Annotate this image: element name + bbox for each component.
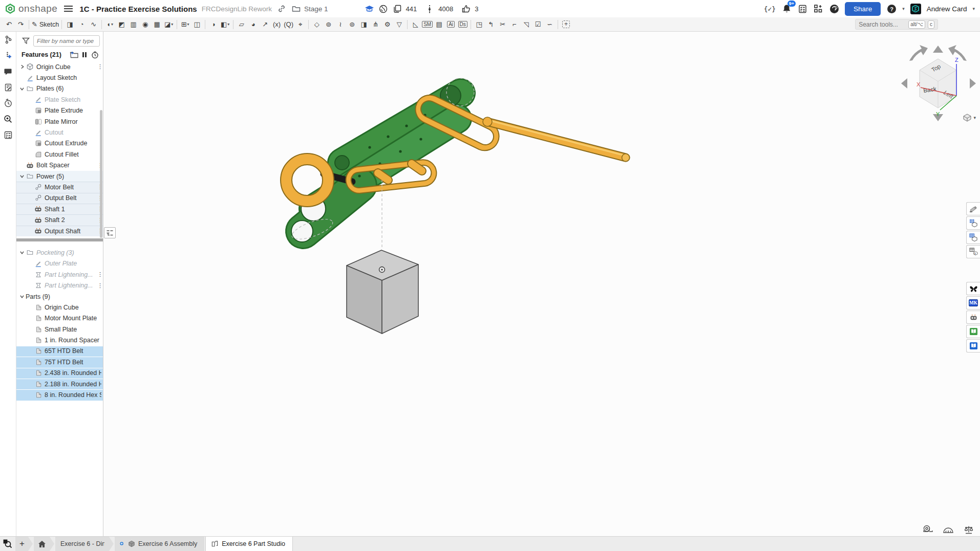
mate-orange-tool[interactable]: ⋔ xyxy=(370,19,381,30)
onshape-logo[interactable]: onshape xyxy=(5,3,57,14)
help-icon[interactable]: ? xyxy=(886,4,897,14)
home-tab[interactable] xyxy=(34,537,54,551)
tree-row[interactable]: 1 in. Round Spacer xyxy=(16,335,103,345)
chevron-down-icon[interactable] xyxy=(18,249,26,256)
notifications-bell-icon[interactable]: 9+ xyxy=(781,4,792,14)
insert-icon[interactable] xyxy=(0,48,16,63)
boolean-tool[interactable]: ◑ xyxy=(207,19,219,30)
blue-library-app-tab[interactable] xyxy=(966,339,980,352)
mate-connector-tool[interactable]: ⌖ xyxy=(294,19,306,30)
rib-tool[interactable]: ▦ xyxy=(151,19,163,30)
tape-measure-icon[interactable] xyxy=(922,524,934,535)
share-button[interactable]: Share xyxy=(845,2,881,16)
tree-row[interactable]: Cutout Fillet xyxy=(16,149,103,160)
chevron-down-icon[interactable] xyxy=(18,173,26,180)
frame-tool[interactable]: ▤ xyxy=(433,19,445,30)
add-tab-button[interactable]: + xyxy=(15,537,33,551)
tree-row[interactable]: Cutout Extrude xyxy=(16,138,103,149)
featurescript-check-icon[interactable]: {✓} xyxy=(764,5,776,13)
sweep-tool[interactable]: ∿ xyxy=(88,19,99,30)
new-folder-icon[interactable] xyxy=(69,50,79,59)
tree-row[interactable]: Outer Plate xyxy=(16,258,103,269)
filter-funnel-icon[interactable] xyxy=(20,36,31,46)
ai-studio-tool[interactable]: Ai xyxy=(445,19,457,30)
mkcad-app-tab[interactable]: MK xyxy=(966,296,980,310)
shell-tool[interactable]: ▥ xyxy=(127,19,139,30)
notes-icon[interactable] xyxy=(0,79,16,95)
item-menu-dots[interactable]: ⋮ xyxy=(97,63,101,70)
helix-tool[interactable]: ◕ xyxy=(247,19,259,30)
butterfly-app-tab[interactable] xyxy=(966,282,980,295)
tree-row[interactable]: Output Shaft⋮ xyxy=(16,226,103,236)
tree-row[interactable]: Layout Sketch xyxy=(16,72,103,83)
part-studio-model[interactable] xyxy=(103,32,980,536)
tree-row[interactable]: Part Lightening...⋮ xyxy=(16,280,103,291)
fillet-tool[interactable]: ◖▾ xyxy=(104,19,116,30)
bend-tool[interactable]: ↰ xyxy=(485,19,497,30)
user-caret-icon[interactable]: ▾ xyxy=(972,6,975,11)
belt-feature-tool[interactable]: ⊚ xyxy=(323,19,334,30)
filter-input[interactable] xyxy=(33,35,100,47)
trim-tool[interactable]: ✂ xyxy=(497,19,508,30)
search-record-icon[interactable] xyxy=(0,111,16,127)
public-globe-icon[interactable] xyxy=(378,4,389,14)
rollback-history-icon[interactable] xyxy=(90,50,100,59)
tree-row[interactable]: Shaft 2⋮ xyxy=(16,214,103,225)
checklist-icon[interactable] xyxy=(0,127,16,143)
thicken-tool[interactable]: ◪▾ xyxy=(163,19,175,30)
belt-feature-2-tool[interactable]: ⊚ xyxy=(346,19,358,30)
extrude-tool[interactable]: ◨ xyxy=(64,19,76,30)
search-tools[interactable]: alt/⌥ c xyxy=(855,19,938,30)
user-avatar[interactable] xyxy=(910,4,921,14)
thicken-caret-icon[interactable]: ▾ xyxy=(171,22,173,27)
protractor-icon[interactable] xyxy=(942,524,954,535)
tree-row[interactable]: Plate Mirror xyxy=(16,116,103,127)
education-icon[interactable] xyxy=(365,4,375,14)
tree-row[interactable]: Bolt Spacer⋮ xyxy=(16,160,103,171)
tree-row[interactable]: Cutout xyxy=(16,127,103,138)
filter-funnel-tool[interactable]: ▽ xyxy=(393,19,405,30)
scale-icon[interactable] xyxy=(963,524,975,535)
tree-row[interactable]: Parts (9) xyxy=(16,291,103,302)
split-tool[interactable]: ◧▾ xyxy=(219,19,231,30)
help-caret-icon[interactable]: ▾ xyxy=(902,6,905,11)
variable-tool[interactable]: (x) xyxy=(271,19,283,30)
rollback-bar[interactable] xyxy=(16,238,103,241)
sheet-metal-model-tool[interactable]: SM xyxy=(421,19,433,30)
tree-row[interactable]: 8 in. Rounded Hex Shaft xyxy=(16,389,103,400)
route-tool[interactable]: ∽ xyxy=(544,19,556,30)
configuration-tool[interactable]: (Q) xyxy=(283,19,294,30)
thumbs-up-icon[interactable] xyxy=(461,4,471,14)
tree-row[interactable]: 2.188 in. Rounded Hex ... xyxy=(16,379,103,389)
part-table-panel-tab[interactable] xyxy=(966,231,980,244)
tab-exercise-6-part-studio[interactable]: Exercise 6 Part Studio xyxy=(205,537,293,551)
sketch-tool[interactable]: ✎Sketch xyxy=(31,19,59,30)
tab-tool[interactable]: ⌐ xyxy=(508,19,520,30)
tree-row[interactable]: 65T HTD Belt xyxy=(16,346,103,357)
copies-icon[interactable] xyxy=(392,4,402,14)
tab-exercise-6-assembly[interactable]: Exercise 6 Assembly xyxy=(115,537,204,551)
undo-tool[interactable]: ↶ xyxy=(3,19,15,30)
tree-row[interactable]: Plate Sketch xyxy=(16,94,103,105)
tree-row[interactable]: Motor Belt⋮ xyxy=(16,182,103,192)
search-tools-input[interactable] xyxy=(859,21,906,28)
view-options-button[interactable]: ▾ xyxy=(963,114,976,122)
tree-row[interactable]: Pocketing (3) xyxy=(16,247,103,258)
tree-row[interactable]: Motor Mount Plate xyxy=(16,313,103,324)
extrude-surface-tool[interactable]: ◨ xyxy=(358,19,370,30)
tree-row[interactable]: Plate Extrude xyxy=(16,105,103,116)
link-icon[interactable] xyxy=(276,4,287,14)
transform-tool[interactable]: ↗ xyxy=(259,19,271,30)
appearance-panel-tab[interactable] xyxy=(966,202,980,215)
linear-pattern-tool[interactable]: ⊞▾ xyxy=(179,19,191,30)
tree-row[interactable]: Part Lightening...⋮ xyxy=(16,269,103,280)
output-hex-shaft[interactable] xyxy=(483,117,630,162)
tree-row[interactable]: Power (5) xyxy=(16,171,103,182)
tree-row[interactable]: 2.438 in. Rounded Hex... xyxy=(16,368,103,379)
hole-tool[interactable]: ◉ xyxy=(139,19,151,30)
tree-row[interactable]: Shaft 1⋮ xyxy=(16,204,103,214)
split-caret-icon[interactable]: ▾ xyxy=(227,22,229,27)
bom-table-panel-tab[interactable] xyxy=(966,216,980,230)
features-scrollbar[interactable] xyxy=(100,110,102,238)
chamfer-tool[interactable]: ◩ xyxy=(116,19,127,30)
